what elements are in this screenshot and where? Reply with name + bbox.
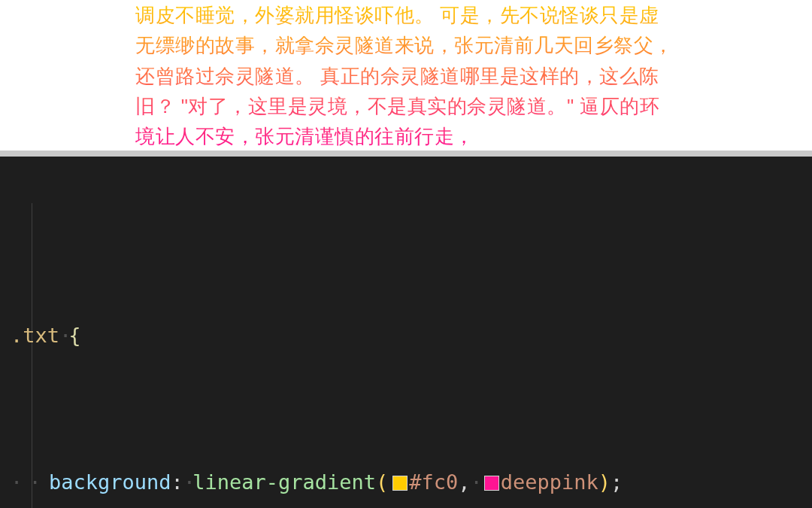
brace-open: { [68, 324, 80, 347]
css-function: linear-gradient [192, 470, 376, 494]
css-color: deeppink [501, 470, 598, 494]
gradient-text-sample: 调皮不睡觉，外婆就用怪谈吓他。 可是，先不说怪谈只是虚无缥缈的故事，就拿佘灵隧道… [135, 0, 677, 151]
color-swatch-icon[interactable] [484, 476, 499, 491]
preview-panel: 调皮不睡觉，外婆就用怪谈吓他。 可是，先不说怪谈只是虚无缥缈的故事，就拿佘灵隧道… [0, 0, 812, 151]
color-swatch-icon[interactable] [392, 476, 408, 491]
code-line: .txt·{ [11, 318, 804, 354]
code-editor[interactable]: .txt·{ background:·linear-gradient(#fc0,… [0, 157, 812, 508]
css-selector: .txt [11, 324, 59, 347]
indent-guide [32, 203, 32, 508]
code-line: background:·linear-gradient(#fc0,·deeppi… [11, 464, 804, 501]
css-property: background [49, 470, 171, 494]
css-color: #fc0 [409, 470, 458, 494]
